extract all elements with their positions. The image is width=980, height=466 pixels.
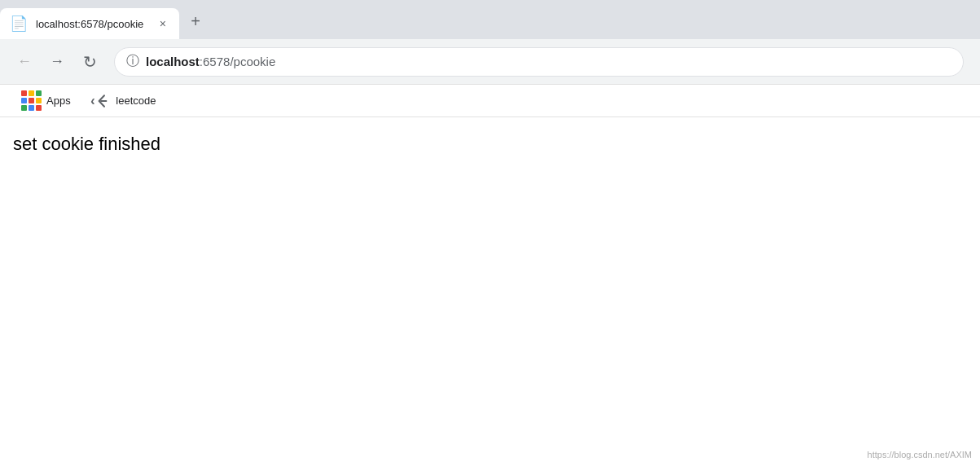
- bookmark-apps-label: Apps: [46, 95, 71, 107]
- active-tab[interactable]: 📄 localhost:6578/pcookie ×: [0, 8, 179, 39]
- bookmark-item-apps[interactable]: Apps: [13, 87, 79, 114]
- leetcode-svg-icon: [94, 93, 111, 109]
- bookmarks-bar: Apps ‹ leetcode: [0, 85, 980, 117]
- tab-close-button[interactable]: ×: [156, 15, 169, 32]
- tab-page-icon: 📄: [10, 15, 28, 33]
- toolbar: ← → ↻ ⓘ localhost:6578/pcookie: [0, 39, 980, 85]
- apps-grid-icon: [21, 90, 42, 111]
- back-icon: ←: [17, 53, 32, 70]
- refresh-icon: ↻: [83, 52, 97, 72]
- address-bar[interactable]: ⓘ localhost:6578/pcookie: [114, 47, 964, 77]
- forward-icon: →: [50, 53, 64, 70]
- page-main-text: set cookie finished: [13, 134, 967, 155]
- page-content: set cookie finished: [0, 117, 980, 171]
- forward-button[interactable]: →: [42, 47, 72, 77]
- refresh-button[interactable]: ↻: [75, 47, 104, 77]
- new-tab-button[interactable]: +: [182, 8, 209, 34]
- back-button[interactable]: ←: [10, 47, 39, 77]
- address-text: localhost:6578/pcookie: [146, 55, 275, 68]
- bookmark-leetcode-label: leetcode: [116, 95, 156, 107]
- tab-title: localhost:6578/pcookie: [36, 18, 148, 30]
- address-host: localhost: [146, 55, 200, 68]
- watermark: https://blog.csdn.net/AXIM: [868, 450, 972, 459]
- address-path: :6578/pcookie: [200, 55, 275, 68]
- info-icon: ⓘ: [126, 53, 139, 70]
- bookmark-item-leetcode[interactable]: ‹ leetcode: [82, 90, 165, 112]
- tab-bar: 📄 localhost:6578/pcookie × +: [0, 0, 980, 39]
